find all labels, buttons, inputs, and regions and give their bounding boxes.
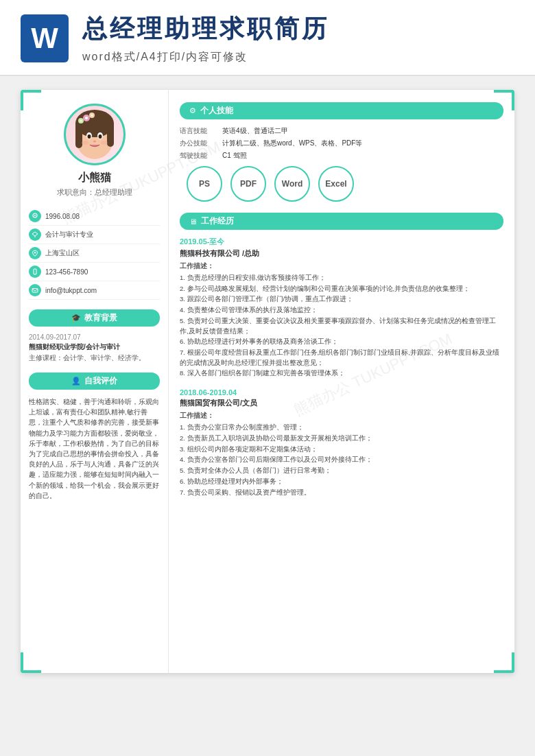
work-entry-1: 2019.05-至今 熊猫科技有限公司 /总助 工作描述： 1. 负责总经理的日… — [180, 237, 503, 379]
right-column: ⚙ 个人技能 语言技能 英语4级、普通话二甲 办公技能 计算机二级、熟悉word… — [168, 90, 514, 673]
svg-point-23 — [35, 274, 36, 274]
corner-tr — [494, 90, 514, 110]
work-item-2-4: 4. 负责办公室各部门公司后期保障工作以及公司对外接待工作； — [180, 455, 503, 465]
work-company-2: 熊猫国贸有限公司/文员 — [180, 398, 503, 408]
info-item-birthday: 1996.08.08 — [29, 207, 160, 226]
info-item-location: 上海宝山区 — [29, 244, 160, 263]
resume-body: 小熊猫 求职意向：总经理助理 1996.08.08 会计与审计专业 — [21, 90, 514, 673]
work-item-1-7: 7. 根据公司年度经营目标及重点工作部门任务,组织各部门制订部门业绩目标,并跟踪… — [180, 348, 503, 368]
info-item-major: 会计与审计专业 — [29, 226, 160, 244]
sub-title: word格式/A4打印/内容可修改 — [82, 50, 514, 64]
education-section: 🎓 教育背景 2014.09-2017.07 熊猫财经职业学院/会计与审计 主修… — [29, 309, 160, 363]
work-header: 🖥 工作经历 — [180, 213, 503, 230]
svg-point-14 — [93, 141, 96, 143]
excel-icon: Excel — [318, 166, 354, 202]
edu-school: 熊猫财经职业学院/会计与审计 — [29, 342, 160, 352]
ps-icon: PS — [187, 166, 222, 202]
top-header: 总经理助理求职简历 word格式/A4打印/内容可修改 — [0, 0, 535, 76]
skills-label-language: 语言技能 — [180, 126, 219, 136]
work-item-1-5: 5. 负责对公司重大决策、重要会议决议及相关重要事项跟踪督办、计划落实和任务完成… — [180, 316, 503, 336]
work-period-1: 2019.05-至今 — [180, 237, 503, 247]
pdf-icon: PDF — [230, 166, 266, 202]
svg-point-18 — [34, 215, 36, 216]
skills-value-driving: C1 驾照 — [222, 151, 503, 161]
work-item-2-3: 3. 组织公司内部各项定期和不定期集体活动； — [180, 445, 503, 455]
corner-br — [494, 652, 514, 673]
skills-value-language: 英语4级、普通话二甲 — [222, 126, 503, 136]
edu-period: 2014.09-2017.07 — [29, 333, 160, 341]
education-header: 🎓 教育背景 — [29, 309, 160, 327]
svg-rect-2 — [75, 121, 82, 148]
phone-icon — [29, 265, 41, 278]
info-item-email: info@tukppt.com — [29, 281, 160, 300]
work-desc-title-2: 工作描述： — [180, 411, 503, 421]
svg-point-5 — [85, 117, 88, 119]
work-entry-2: 2018.06-2019.04 熊猫国贸有限公司/文员 工作描述： 1. 负责办… — [180, 388, 503, 497]
work-item-1-1: 1. 负责总经理的日程安排,做访客预接待等工作； — [180, 273, 503, 283]
birthday-text: 1996.08.08 — [45, 213, 80, 220]
education-icon: 🎓 — [71, 314, 81, 322]
svg-point-9 — [91, 115, 93, 117]
gear-icon: ⚙ — [189, 106, 196, 115]
self-eval-label: 自我评价 — [84, 375, 117, 387]
svg-point-12 — [87, 134, 91, 139]
skills-label-driving: 驾驶技能 — [180, 151, 219, 161]
work-item-1-3: 3. 跟踪公司各部门管理工作（部门/协调，重点工作跟进； — [180, 294, 503, 305]
left-column: 小熊猫 求职意向：总经理助理 1996.08.08 会计与审计专业 — [21, 90, 168, 673]
work-item-2-5: 5. 负责对全体办公人员（各部门）进行日常考勤； — [180, 466, 503, 476]
software-icons: PS PDF Word Excel — [180, 166, 503, 202]
skills-label-office: 办公技能 — [180, 139, 219, 148]
edu-course: 主修课程：会计学、审计学、经济学。 — [29, 353, 160, 363]
header-text-block: 总经理助理求职简历 word格式/A4打印/内容可修改 — [82, 12, 514, 64]
work-item-2-6: 6. 协助总经理处理对内外部事务； — [180, 477, 503, 487]
monitor-icon: 🖥 — [189, 217, 197, 226]
profile-job-target: 求职意向：总经理助理 — [29, 187, 160, 198]
work-section: 🖥 工作经历 2019.05-至今 熊猫科技有限公司 /总助 工作描述： 1. … — [180, 213, 503, 497]
location-text: 上海宝山区 — [45, 248, 80, 258]
work-period-2: 2018.06-2019.04 — [180, 388, 503, 397]
location-icon — [29, 247, 41, 259]
skills-header: ⚙ 个人技能 — [180, 102, 503, 119]
corner-tl — [21, 90, 41, 110]
svg-marker-19 — [32, 232, 38, 236]
skills-table: 语言技能 英语4级、普通话二甲 办公技能 计算机二级、熟悉word、WPS、表格… — [180, 126, 503, 161]
work-desc-title-1: 工作描述： — [180, 261, 503, 271]
svg-point-7 — [80, 120, 82, 122]
email-icon — [29, 284, 41, 296]
profile-name: 小熊猫 — [29, 171, 160, 185]
email-text: info@tukppt.com — [45, 287, 97, 294]
avatar-svg — [66, 106, 123, 163]
svg-point-16 — [101, 141, 108, 145]
skills-value-office: 计算机二级、熟悉word、WPS、表格、PDF等 — [222, 139, 503, 148]
main-title: 总经理助理求职简历 — [82, 12, 514, 46]
work-item-1-6: 6. 协助总经理进行对外事务的联络及商务洽谈工作； — [180, 337, 503, 347]
skills-row-driving: 驾驶技能 C1 驾照 — [180, 151, 503, 161]
profile-section: 小熊猫 求职意向：总经理助理 — [29, 104, 160, 198]
skills-row-office: 办公技能 计算机二级、熟悉word、WPS、表格、PDF等 — [180, 139, 503, 148]
work-item-2-1: 1. 负责办公室日常办公制度推护、管理； — [180, 423, 503, 433]
work-item-2-7: 7. 负责公司采购、报销以及资产维护管理。 — [180, 488, 503, 498]
birthday-icon — [29, 210, 41, 222]
education-label: 教育背景 — [84, 312, 117, 324]
corner-bl — [21, 652, 41, 673]
svg-rect-3 — [107, 121, 114, 147]
major-icon — [29, 228, 41, 241]
person-icon: 👤 — [71, 377, 81, 386]
word-sw-icon: Word — [274, 166, 310, 202]
self-eval-header: 👤 自我评价 — [29, 373, 160, 390]
self-eval-section: 👤 自我评价 性格踏实、稳健，善于沟通和聆听，乐观向上坦诚，富有责任心和团队精神… — [29, 373, 160, 501]
svg-point-13 — [98, 134, 102, 139]
svg-point-21 — [34, 252, 36, 253]
skills-label: 个人技能 — [200, 105, 233, 117]
info-list: 1996.08.08 会计与审计专业 上海宝山区 — [29, 207, 160, 300]
skills-section: ⚙ 个人技能 语言技能 英语4级、普通话二甲 办公技能 计算机二级、熟悉word… — [180, 102, 503, 202]
major-text: 会计与审计专业 — [45, 230, 93, 239]
work-company-1: 熊猫科技有限公司 /总助 — [180, 248, 503, 259]
work-label: 工作经历 — [201, 215, 234, 227]
avatar — [64, 104, 126, 165]
skills-row-language: 语言技能 英语4级、普通话二甲 — [180, 126, 503, 136]
work-item-2-2: 2. 负责新员工入职培训及协助公司最新发文开展相关培训工作； — [180, 434, 503, 444]
phone-text: 123-456-7890 — [45, 268, 88, 276]
self-eval-text: 性格踏实、稳健，善于沟通和聆听，乐观向上坦诚，富有责任心和团队精神,敏行善思，注… — [29, 397, 160, 501]
word-icon — [21, 14, 69, 62]
